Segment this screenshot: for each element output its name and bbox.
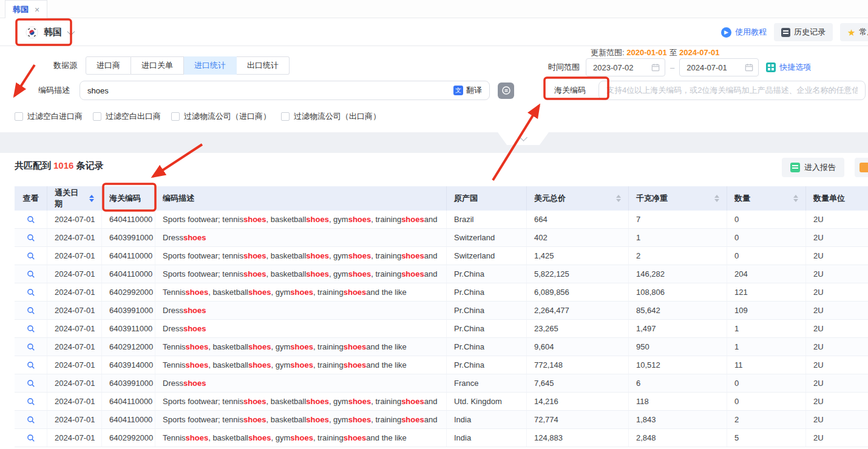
view-detail-button[interactable] [27, 379, 35, 388]
filter-checkbox-2[interactable]: 过滤物流公司（进口商） [171, 111, 271, 122]
enter-report-button[interactable]: 进入报告 [782, 158, 844, 177]
translate-button[interactable]: 文 翻译 [453, 85, 482, 96]
cell-view [15, 211, 47, 228]
results-count: 1016 [51, 160, 76, 170]
view-detail-button[interactable] [27, 343, 35, 351]
cell-date: 2024-07-01 [47, 302, 102, 319]
view-detail-button[interactable] [27, 434, 35, 442]
tab-title: 韩国 [13, 4, 29, 15]
checkbox-label: 过滤空白出口商 [106, 111, 161, 122]
column-header-5[interactable]: 美元总价 [527, 186, 629, 211]
view-magnifier-icon [27, 252, 35, 260]
results-section: 共匹配到1016条记录 进入报告 查看通关日期海关编码编码描述原产国美元总价千克… [0, 153, 868, 449]
tab-korea[interactable]: 韩国 × [5, 0, 47, 18]
update-range-start: 2020-01-01 [626, 48, 667, 57]
quick-options-button[interactable]: 快捷选项 [766, 62, 811, 73]
cell-quantity-unit: 2U [806, 247, 868, 265]
cell-date: 2024-07-01 [47, 374, 102, 392]
filter-checkbox-3[interactable]: 过滤物流公司（出口商） [281, 111, 381, 122]
tab-close-icon[interactable]: × [35, 5, 39, 15]
cell-country: India [447, 411, 527, 428]
country-selector[interactable]: 韩国 [25, 18, 73, 46]
column-header-7[interactable]: 数量 [727, 186, 806, 211]
highlighted-keyword: shoes [306, 269, 329, 279]
cell-hs-code: 6404110000 [102, 265, 155, 283]
cell-hs-code: 6402912000 [102, 338, 155, 356]
tutorial-button[interactable]: ▶ 使用教程 [721, 27, 767, 38]
cell-quantity: 1 [727, 338, 806, 356]
cell-net-weight: 118 [629, 393, 727, 410]
cell-country: Utd. Kingdom [447, 393, 527, 410]
filter-checkbox-0[interactable]: 过滤空白进口商 [15, 111, 83, 122]
column-header-1[interactable]: 通关日期 [47, 186, 102, 211]
view-detail-button[interactable] [27, 288, 35, 297]
checkbox-icon[interactable] [281, 112, 290, 121]
sort-arrows-icon[interactable] [611, 195, 621, 202]
highlighted-keyword: shoes [348, 415, 371, 424]
cell-date: 2024-07-01 [47, 356, 102, 374]
view-detail-button[interactable] [27, 234, 35, 242]
datasource-option-2[interactable]: 进口统计 [184, 56, 237, 75]
highlighted-keyword: shoes [290, 288, 313, 297]
datasource-option-3[interactable]: 出口统计 [237, 56, 290, 75]
cell-view [15, 265, 47, 283]
table-header-row: 查看通关日期海关编码编码描述原产国美元总价千克净重数量数量单位 [15, 186, 868, 211]
cell-hs-code: 6403911000 [102, 320, 155, 337]
cell-net-weight: 10,512 [629, 356, 727, 374]
sort-arrows-icon[interactable] [84, 195, 94, 202]
column-label: 查看 [23, 193, 39, 204]
view-magnifier-icon [27, 325, 35, 333]
highlighted-keyword: shoes [348, 251, 371, 260]
column-label: 美元总价 [534, 193, 566, 204]
hs-code-placeholder: 支持4位以上海关编码，或2位海关编码加上产品描述、企业名称的任意信息 [606, 85, 858, 96]
view-magnifier-icon [27, 379, 35, 388]
view-detail-button[interactable] [27, 306, 35, 315]
cell-quantity-unit: 2U [806, 374, 868, 392]
sort-arrows-icon[interactable] [788, 195, 798, 202]
highlighted-keyword: shoes [186, 342, 209, 351]
history-button[interactable]: 历史记录 [774, 23, 833, 41]
highlighted-keyword: shoes [290, 433, 313, 442]
sort-arrows-icon[interactable] [710, 195, 719, 202]
datasource-option-0[interactable]: 进口商 [86, 56, 131, 75]
cell-description: Dress shoes [155, 374, 447, 392]
favorites-button[interactable]: ★ 常用条 [840, 23, 868, 41]
view-detail-button[interactable] [27, 397, 35, 406]
view-detail-button[interactable] [27, 416, 35, 424]
cell-net-weight: 85,642 [629, 302, 727, 319]
export-icon [860, 163, 868, 172]
highlighted-keyword: shoes [290, 342, 313, 351]
view-detail-button[interactable] [27, 270, 35, 279]
view-detail-button[interactable] [27, 361, 35, 370]
column-header-6[interactable]: 千克净重 [629, 186, 727, 211]
highlighted-keyword: shoes [248, 288, 271, 297]
highlighted-keyword: shoes [344, 433, 367, 442]
view-detail-button[interactable] [27, 215, 35, 224]
date-start-input[interactable]: 2023-07-02 [586, 58, 665, 76]
export-button-partial[interactable] [855, 158, 868, 177]
checkbox-icon[interactable] [93, 112, 101, 121]
checkbox-icon[interactable] [15, 112, 23, 121]
cell-country: Pr.China [447, 320, 527, 337]
filter-checkbox-1[interactable]: 过滤空白出口商 [93, 111, 161, 122]
checkbox-icon[interactable] [171, 112, 180, 121]
table-row: 2024-07-016403991000Dress shoesPr.China2… [15, 302, 868, 320]
code-desc-input[interactable]: shoes 文 翻译 [80, 81, 490, 100]
table-row: 2024-07-016403991000Dress shoesSwitzerla… [15, 229, 868, 247]
view-magnifier-icon [27, 416, 35, 424]
time-range-label: 时间范围 [548, 62, 580, 73]
collapse-chevron-icon [520, 133, 527, 141]
date-end-input[interactable]: 2024-07-01 [679, 58, 759, 76]
panel-divider-band [0, 132, 868, 153]
column-header-2: 海关编码 [102, 186, 155, 211]
view-detail-button[interactable] [27, 252, 35, 260]
cell-country: France [447, 374, 527, 392]
datasource-option-1[interactable]: 进口关单 [131, 56, 184, 75]
highlighted-keyword: shoes [306, 215, 329, 224]
cell-usd-total: 9,604 [527, 338, 629, 356]
hs-code-input[interactable]: 支持4位以上海关编码，或2位海关编码加上产品描述、企业名称的任意信息 [598, 81, 866, 100]
cell-quantity: 0 [727, 374, 806, 392]
table-row: 2024-07-016402912000Tennis shoes, basket… [15, 338, 868, 356]
view-detail-button[interactable] [27, 325, 35, 333]
exact-match-button[interactable] [498, 83, 514, 99]
